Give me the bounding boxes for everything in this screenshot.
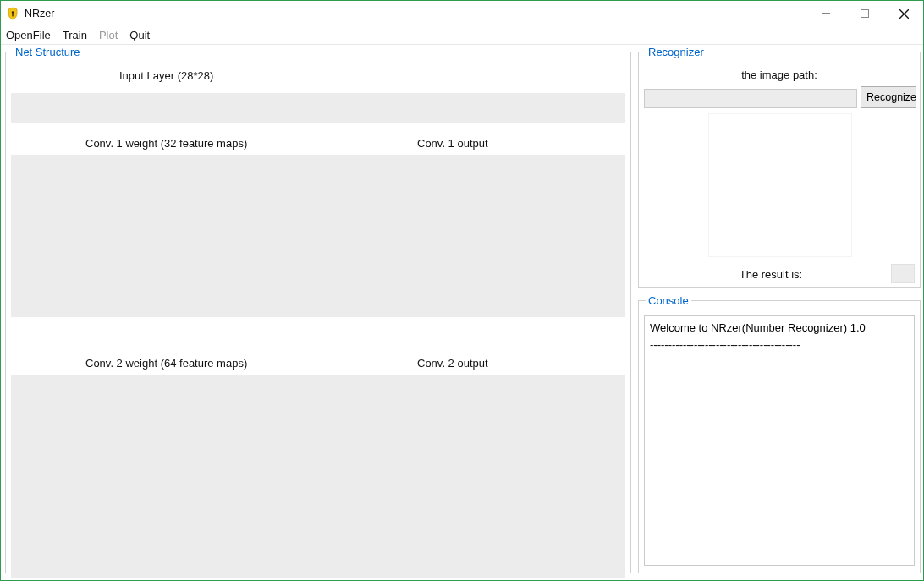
app-icon bbox=[6, 7, 19, 20]
window-controls bbox=[806, 1, 923, 26]
net-structure-legend: Net Structure bbox=[13, 46, 83, 58]
console-legend: Console bbox=[646, 294, 691, 307]
net-structure-inner: Input Layer (28*28) Conv. 1 weight (32 f… bbox=[11, 63, 625, 567]
title-bar: NRzer bbox=[1, 1, 923, 26]
conv1-weight-label: Conv. 1 weight (32 feature maps) bbox=[85, 137, 247, 150]
menu-quit[interactable]: Quit bbox=[129, 29, 150, 41]
conv1-panel bbox=[11, 155, 625, 317]
conv2-panel bbox=[11, 375, 625, 578]
net-structure-group: Net Structure Input Layer (28*28) Conv. … bbox=[5, 46, 631, 573]
image-preview-panel bbox=[708, 113, 852, 257]
input-layer-panel bbox=[11, 93, 625, 123]
conv2-weight-label: Conv. 2 weight (64 feature maps) bbox=[85, 357, 247, 370]
recognizer-inner: the image path: Recognize The result is: bbox=[644, 63, 915, 282]
title-bar-left: NRzer bbox=[6, 7, 54, 20]
result-output bbox=[891, 264, 915, 283]
client-area: Net Structure Input Layer (28*28) Conv. … bbox=[2, 46, 922, 579]
recognizer-legend: Recognizer bbox=[646, 46, 707, 58]
close-button[interactable] bbox=[884, 1, 923, 26]
menu-bar: OpenFile Train Plot Quit bbox=[1, 26, 923, 45]
result-label: The result is: bbox=[678, 268, 864, 281]
maximize-button[interactable] bbox=[845, 1, 884, 26]
input-layer-label: Input Layer (28*28) bbox=[119, 69, 213, 82]
menu-plot: Plot bbox=[99, 29, 118, 41]
console-group: Console bbox=[638, 294, 921, 573]
svg-rect-3 bbox=[861, 10, 869, 18]
app-window: NRzer OpenFile Train Plot Quit N bbox=[0, 0, 924, 581]
window-title: NRzer bbox=[25, 8, 54, 19]
image-path-label: the image path: bbox=[644, 69, 915, 81]
menu-train[interactable]: Train bbox=[63, 29, 87, 41]
minimize-button[interactable] bbox=[806, 1, 845, 26]
svg-rect-1 bbox=[12, 13, 13, 16]
menu-open-file[interactable]: OpenFile bbox=[6, 29, 51, 41]
recognizer-group: Recognizer the image path: Recognize The… bbox=[638, 46, 921, 288]
console-output[interactable] bbox=[644, 315, 915, 566]
console-wrap bbox=[644, 312, 915, 567]
image-path-input[interactable] bbox=[644, 89, 857, 108]
recognize-button[interactable]: Recognize bbox=[861, 86, 916, 108]
conv1-output-label: Conv. 1 output bbox=[417, 137, 488, 150]
conv2-output-label: Conv. 2 output bbox=[417, 357, 488, 370]
